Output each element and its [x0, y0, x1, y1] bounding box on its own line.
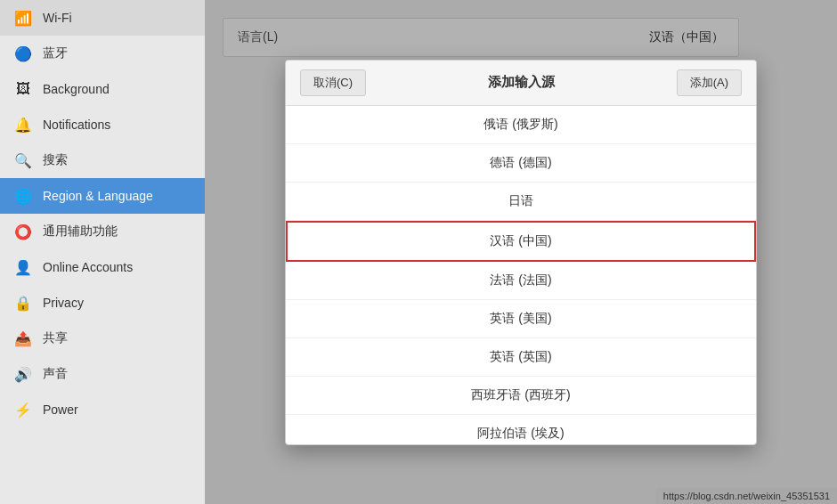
modal-item-english-us[interactable]: 英语 (美国)	[286, 300, 756, 338]
sidebar-label-region-language: Region & Language	[43, 189, 153, 203]
sidebar-item-background[interactable]: 🖼Background	[0, 71, 205, 107]
sidebar-item-power[interactable]: ⚡Power	[0, 392, 205, 427]
sound-icon: 🔊	[14, 365, 32, 383]
sidebar-label-background: Background	[43, 82, 110, 96]
modal-item-russian[interactable]: 俄语 (俄罗斯)	[286, 106, 756, 144]
online-accounts-icon: 👤	[14, 258, 32, 276]
wifi-icon: 📶	[14, 9, 32, 27]
sharing-icon: 📤	[14, 329, 32, 347]
bluetooth-icon: 🔵	[14, 45, 32, 62]
sidebar-label-accessibility: 通用辅助功能	[43, 224, 118, 240]
modal-list: 俄语 (俄罗斯)德语 (德国)日语汉语 (中国)法语 (法国)英语 (美国)英语…	[286, 106, 756, 444]
modal-title: 添加输入源	[488, 74, 555, 91]
sidebar-label-bluetooth: 蓝牙	[43, 45, 68, 61]
sidebar-item-sound[interactable]: 🔊声音	[0, 356, 205, 392]
sidebar-label-search: 搜索	[43, 152, 68, 168]
accessibility-icon: ⭕	[14, 223, 32, 240]
sidebar-label-privacy: Privacy	[43, 296, 84, 310]
main-content: 语言(L) 汉语（中国） 取消(C) 添加输入源 添加(A) 俄语 (俄罗斯)德…	[205, 0, 837, 504]
privacy-icon: 🔒	[14, 294, 32, 312]
sidebar-item-notifications[interactable]: 🔔Notifications	[0, 107, 205, 142]
sidebar-item-bluetooth[interactable]: 🔵蓝牙	[0, 36, 205, 71]
sidebar-label-notifications: Notifications	[43, 118, 110, 132]
region-language-icon: 🌐	[14, 187, 32, 205]
sidebar-item-accessibility[interactable]: ⭕通用辅助功能	[0, 214, 205, 249]
sidebar-item-sharing[interactable]: 📤共享	[0, 321, 205, 356]
sidebar-label-sharing: 共享	[43, 330, 68, 346]
modal-item-arabic[interactable]: 阿拉伯语 (埃及)	[286, 415, 756, 444]
app-window: 📶Wi-Fi🔵蓝牙🖼Background🔔Notifications🔍搜索🌐Re…	[0, 0, 837, 504]
sidebar-label-sound: 声音	[43, 366, 68, 382]
modal-item-chinese[interactable]: 汉语 (中国)	[286, 221, 756, 262]
sidebar: 📶Wi-Fi🔵蓝牙🖼Background🔔Notifications🔍搜索🌐Re…	[0, 0, 205, 504]
modal-item-spanish[interactable]: 西班牙语 (西班牙)	[286, 377, 756, 415]
modal-item-german[interactable]: 德语 (德国)	[286, 144, 756, 183]
sidebar-label-power: Power	[43, 402, 78, 417]
sidebar-item-region-language[interactable]: 🌐Region & Language	[0, 178, 205, 214]
search-icon: 🔍	[14, 151, 32, 169]
power-icon: ⚡	[14, 401, 32, 419]
notifications-icon: 🔔	[14, 116, 32, 134]
sidebar-item-wifi[interactable]: 📶Wi-Fi	[0, 0, 205, 36]
modal-add-button[interactable]: 添加(A)	[677, 69, 742, 96]
add-input-source-modal: 取消(C) 添加输入源 添加(A) 俄语 (俄罗斯)德语 (德国)日语汉语 (中…	[285, 60, 757, 445]
modal-cancel-button[interactable]: 取消(C)	[300, 69, 366, 96]
sidebar-item-online-accounts[interactable]: 👤Online Accounts	[0, 249, 205, 285]
background-icon: 🖼	[14, 80, 32, 98]
sidebar-item-search[interactable]: 🔍搜索	[0, 142, 205, 178]
sidebar-label-online-accounts: Online Accounts	[43, 260, 133, 274]
sidebar-label-wifi: Wi-Fi	[43, 11, 72, 25]
modal-overlay: 取消(C) 添加输入源 添加(A) 俄语 (俄罗斯)德语 (德国)日语汉语 (中…	[205, 0, 837, 504]
modal-item-french[interactable]: 法语 (法国)	[286, 262, 756, 300]
modal-header: 取消(C) 添加输入源 添加(A)	[286, 61, 756, 106]
modal-item-japanese[interactable]: 日语	[286, 183, 756, 221]
modal-item-english-uk[interactable]: 英语 (英国)	[286, 338, 756, 377]
sidebar-item-privacy[interactable]: 🔒Privacy	[0, 285, 205, 321]
